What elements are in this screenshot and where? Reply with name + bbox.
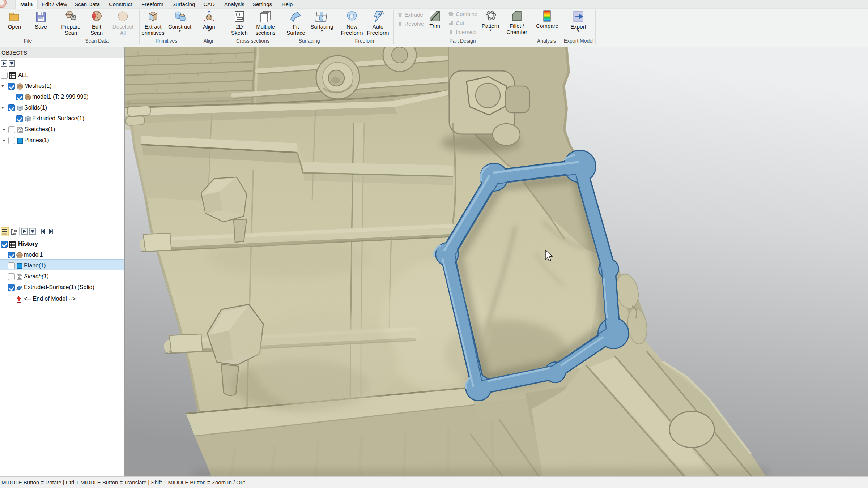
svg-text:A: A (381, 10, 384, 14)
